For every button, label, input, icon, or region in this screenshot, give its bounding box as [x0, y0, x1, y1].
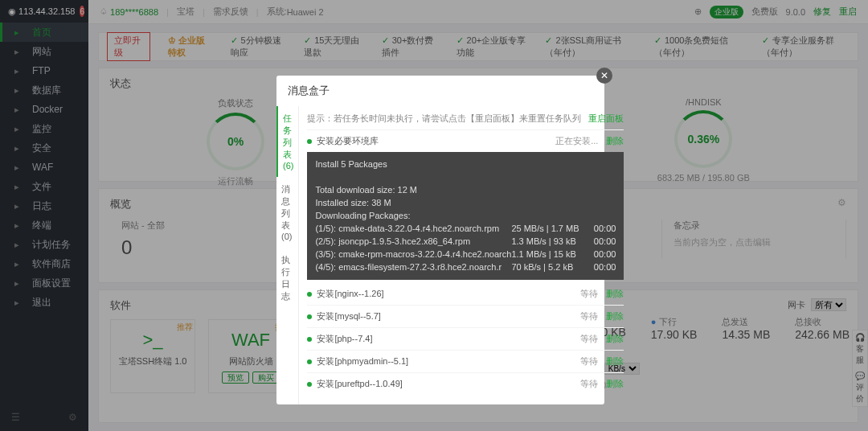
status-dot-icon	[307, 314, 312, 319]
delete-link[interactable]: 删除	[606, 135, 624, 147]
tab-tasks[interactable]: 任务列表 (6)	[276, 106, 298, 177]
delete-link[interactable]: 删除	[606, 333, 624, 345]
hint-text: 提示：若任务长时间未执行，请尝试点击【重启面板】来重置任务队列	[307, 113, 581, 125]
delete-link[interactable]: 删除	[606, 310, 624, 322]
message-box-modal: ✕ 消息盒子 任务列表 (6) 消息列表 (0) 执行日志 提示：若任务长时间未…	[276, 76, 604, 404]
task-row: 安装必要环境库 正在安装... 删除	[307, 129, 624, 152]
status-dot-icon	[307, 337, 312, 342]
close-icon[interactable]: ✕	[596, 68, 612, 84]
status-dot-icon	[307, 292, 312, 297]
status-dot-icon	[307, 359, 312, 364]
reset-panel-link[interactable]: 重启面板	[588, 113, 624, 125]
modal-tabs: 任务列表 (6) 消息列表 (0) 执行日志	[276, 106, 299, 404]
modal-content: 提示：若任务长时间未执行，请尝试点击【重启面板】来重置任务队列 重启面板 安装必…	[299, 106, 632, 404]
tab-logs[interactable]: 执行日志	[276, 248, 298, 309]
delete-link[interactable]: 删除	[606, 355, 624, 367]
task-row: 安装[pureftpd--1.0.49]等待删除	[307, 372, 624, 395]
delete-link[interactable]: 删除	[606, 378, 624, 390]
status-dot-icon	[307, 382, 312, 387]
task-row: 安装[nginx--1.26]等待删除	[307, 283, 624, 305]
task-row: 安装[phpmyadmin--5.1]等待删除	[307, 350, 624, 372]
delete-link[interactable]: 删除	[606, 288, 624, 300]
task-row: 安装[php--7.4]等待删除	[307, 327, 624, 350]
tab-messages[interactable]: 消息列表 (0)	[276, 177, 298, 248]
status-dot-icon	[307, 139, 312, 144]
task-row: 安装[mysql--5.7]等待删除	[307, 305, 624, 327]
install-log: Install 5 Packages Total download size: …	[307, 152, 624, 280]
modal-title: 消息盒子	[276, 76, 604, 106]
